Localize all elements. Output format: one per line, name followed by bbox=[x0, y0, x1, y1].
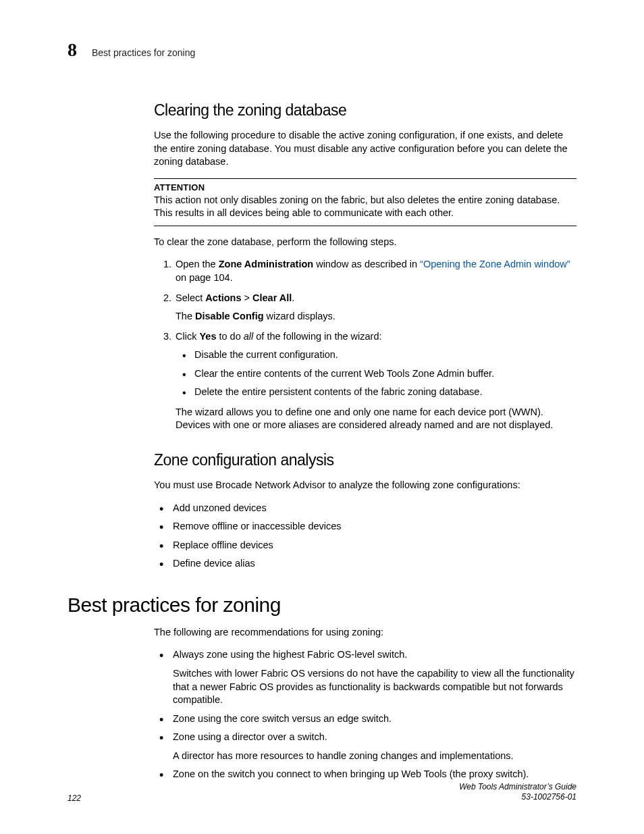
list-item: Define device alias bbox=[173, 557, 576, 571]
page-footer: 122 Web Tools Administrator’s Guide 53-1… bbox=[68, 782, 576, 803]
list-item: Remove offline or inaccessible devices bbox=[173, 520, 576, 533]
list-item: Always zone using the highest Fabric OS-… bbox=[173, 648, 576, 706]
list-item: Zone using a director over a switch. A d… bbox=[173, 731, 576, 762]
bullet-list: Always zone using the highest Fabric OS-… bbox=[154, 648, 576, 781]
text: Zone using a director over a switch. bbox=[173, 731, 327, 742]
body-text: The following are recommendations for us… bbox=[154, 626, 576, 640]
attention-notice: ATTENTION This action not only disables … bbox=[154, 178, 576, 226]
running-title: Best practices for zoning bbox=[92, 47, 195, 58]
list-item: Delete the entire persistent contents of… bbox=[194, 386, 576, 399]
text: wizard displays. bbox=[264, 311, 336, 321]
list-item: Add unzoned devices bbox=[173, 502, 576, 515]
bullet-list: Add unzoned devices Remove offline or in… bbox=[154, 502, 576, 571]
running-header: 8 Best practices for zoning bbox=[68, 39, 576, 61]
heading-best-practices: Best practices for zoning bbox=[68, 594, 576, 617]
ui-name: Disable Config bbox=[195, 311, 264, 321]
body-text: Use the following procedure to disable t… bbox=[154, 129, 576, 169]
page: 8 Best practices for zoning Clearing the… bbox=[0, 0, 644, 834]
text: of the following in the wizard: bbox=[253, 331, 381, 342]
heading-zone-config-analysis: Zone configuration analysis bbox=[154, 451, 576, 469]
sub-text: Switches with lower Fabric OS versions d… bbox=[173, 667, 576, 707]
sub-bullet-list: Disable the current configuration. Clear… bbox=[176, 348, 576, 399]
list-item: Replace offline devices bbox=[173, 539, 576, 552]
text: to do bbox=[216, 331, 243, 342]
list-item: Disable the current configuration. bbox=[194, 348, 576, 362]
ui-name: Clear All bbox=[252, 292, 292, 303]
attention-label: ATTENTION bbox=[154, 182, 576, 192]
ui-name: Zone Administration bbox=[219, 259, 313, 269]
body-text: You must use Brocade Network Advisor to … bbox=[154, 479, 576, 492]
text: The bbox=[176, 311, 195, 321]
heading-clearing-zoning-db: Clearing the zoning database bbox=[154, 101, 576, 120]
doc-id: Web Tools Administrator’s Guide 53-10027… bbox=[459, 782, 576, 803]
step-2: Select Actions > Clear All. The Disable … bbox=[174, 292, 576, 323]
step-3: Click Yes to do all of the following in … bbox=[174, 330, 576, 432]
text: Open the bbox=[176, 259, 219, 269]
emphasis: all bbox=[244, 331, 254, 342]
page-number: 122 bbox=[68, 793, 81, 803]
chapter-number: 8 bbox=[68, 39, 77, 61]
text: > bbox=[242, 292, 253, 303]
procedure-steps: Open the Zone Administration window as d… bbox=[154, 258, 576, 432]
text: Always zone using the highest Fabric OS-… bbox=[173, 649, 407, 660]
body-text: To clear the zone database, perform the … bbox=[154, 236, 576, 249]
text: Click bbox=[176, 331, 199, 342]
doc-title: Web Tools Administrator’s Guide bbox=[459, 782, 576, 793]
cross-reference-link[interactable]: “Opening the Zone Admin window” bbox=[420, 259, 570, 269]
ui-name: Actions bbox=[205, 292, 241, 303]
text: Select bbox=[176, 292, 205, 303]
sub-text: A director has more resources to handle … bbox=[173, 750, 576, 763]
attention-text: This action not only disables zoning on … bbox=[154, 194, 576, 220]
step-result: The Disable Config wizard displays. bbox=[176, 310, 576, 323]
doc-number: 53-1002756-01 bbox=[459, 792, 576, 803]
step-tail-text: The wizard allows you to define one and … bbox=[176, 406, 576, 432]
list-item: Zone on the switch you connect to when b… bbox=[173, 768, 576, 781]
list-item: Clear the entire contents of the current… bbox=[194, 367, 576, 381]
list-item: Zone using the core switch versus an edg… bbox=[173, 712, 576, 726]
text: window as described in bbox=[313, 259, 420, 269]
main-content: Clearing the zoning database Use the fol… bbox=[154, 101, 576, 781]
text: on page 104. bbox=[176, 272, 233, 283]
step-1: Open the Zone Administration window as d… bbox=[174, 258, 576, 284]
ui-name: Yes bbox=[199, 331, 216, 342]
text: . bbox=[292, 292, 294, 303]
